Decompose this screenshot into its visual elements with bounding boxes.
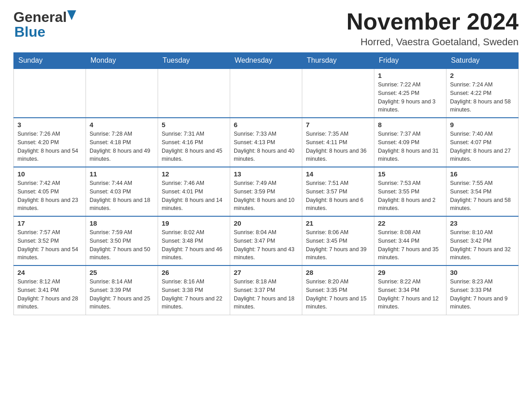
calendar-cell: 28Sunrise: 8:20 AMSunset: 3:35 PMDayligh… [302, 265, 374, 315]
calendar-header-sunday: Sunday [14, 53, 86, 69]
day-info: Sunrise: 7:57 AMSunset: 3:52 PMDaylight:… [17, 228, 82, 262]
day-number: 12 [162, 170, 226, 178]
day-number: 26 [162, 269, 226, 276]
day-info: Sunrise: 7:31 AMSunset: 4:16 PMDaylight:… [162, 130, 226, 163]
day-number: 28 [306, 269, 370, 276]
day-info: Sunrise: 8:10 AMSunset: 3:42 PMDaylight:… [450, 228, 515, 262]
location-text: Horred, Vaestra Goetaland, Sweden [347, 36, 519, 48]
calendar-header-saturday: Saturday [446, 53, 519, 69]
calendar-cell: 5Sunrise: 7:31 AMSunset: 4:16 PMDaylight… [158, 118, 230, 167]
day-number: 27 [234, 269, 298, 276]
calendar-cell: 23Sunrise: 8:10 AMSunset: 3:42 PMDayligh… [446, 216, 519, 265]
logo-triangle-icon [67, 10, 78, 23]
page-header: General Blue November 2024 Horred, Vaest… [13, 9, 519, 48]
day-info: Sunrise: 7:24 AMSunset: 4:22 PMDaylight:… [450, 81, 515, 114]
calendar-cell: 26Sunrise: 8:16 AMSunset: 3:38 PMDayligh… [158, 265, 230, 315]
calendar-cell: 18Sunrise: 7:59 AMSunset: 3:50 PMDayligh… [86, 216, 158, 265]
day-number: 15 [378, 170, 442, 178]
calendar-week-2: 3Sunrise: 7:26 AMSunset: 4:20 PMDaylight… [14, 118, 519, 167]
calendar-cell [14, 68, 86, 118]
calendar-cell: 9Sunrise: 7:40 AMSunset: 4:07 PMDaylight… [446, 118, 519, 167]
calendar-cell [302, 68, 374, 118]
calendar-cell: 21Sunrise: 8:06 AMSunset: 3:45 PMDayligh… [302, 216, 374, 265]
calendar-cell: 13Sunrise: 7:49 AMSunset: 3:59 PMDayligh… [230, 167, 302, 216]
day-number: 2 [450, 72, 515, 79]
title-section: November 2024 Horred, Vaestra Goetaland,… [347, 9, 519, 48]
day-number: 24 [17, 269, 82, 276]
day-number: 5 [162, 121, 226, 128]
day-info: Sunrise: 8:23 AMSunset: 3:33 PMDaylight:… [450, 278, 515, 311]
svg-marker-0 [67, 10, 76, 20]
calendar-cell: 19Sunrise: 8:02 AMSunset: 3:48 PMDayligh… [158, 216, 230, 265]
day-info: Sunrise: 7:22 AMSunset: 4:25 PMDaylight:… [378, 81, 442, 114]
calendar-cell: 14Sunrise: 7:51 AMSunset: 3:57 PMDayligh… [302, 167, 374, 216]
calendar-cell [158, 68, 230, 118]
calendar-cell: 1Sunrise: 7:22 AMSunset: 4:25 PMDaylight… [374, 68, 446, 118]
calendar-cell: 27Sunrise: 8:18 AMSunset: 3:37 PMDayligh… [230, 265, 302, 315]
calendar-cell: 12Sunrise: 7:46 AMSunset: 4:01 PMDayligh… [158, 167, 230, 216]
calendar-header-wednesday: Wednesday [230, 53, 302, 69]
day-info: Sunrise: 7:51 AMSunset: 3:57 PMDaylight:… [306, 179, 370, 213]
day-number: 30 [450, 269, 515, 276]
day-number: 20 [234, 219, 298, 227]
calendar-cell: 11Sunrise: 7:44 AMSunset: 4:03 PMDayligh… [86, 167, 158, 216]
day-number: 29 [378, 269, 442, 276]
day-number: 11 [90, 170, 154, 178]
day-number: 9 [450, 121, 515, 128]
calendar-cell: 25Sunrise: 8:14 AMSunset: 3:39 PMDayligh… [86, 265, 158, 315]
day-info: Sunrise: 7:26 AMSunset: 4:20 PMDaylight:… [17, 130, 82, 163]
calendar-cell: 22Sunrise: 8:08 AMSunset: 3:44 PMDayligh… [374, 216, 446, 265]
day-number: 1 [378, 72, 442, 79]
logo-blue-text: Blue [14, 24, 45, 40]
day-info: Sunrise: 7:49 AMSunset: 3:59 PMDaylight:… [234, 179, 298, 213]
day-info: Sunrise: 7:53 AMSunset: 3:55 PMDaylight:… [378, 179, 442, 213]
day-number: 14 [306, 170, 370, 178]
calendar-cell: 24Sunrise: 8:12 AMSunset: 3:41 PMDayligh… [14, 265, 86, 315]
calendar-cell: 16Sunrise: 7:55 AMSunset: 3:54 PMDayligh… [446, 167, 519, 216]
day-number: 23 [450, 219, 515, 227]
day-info: Sunrise: 8:16 AMSunset: 3:38 PMDaylight:… [162, 278, 226, 311]
calendar-header-friday: Friday [374, 53, 446, 69]
calendar-cell: 20Sunrise: 8:04 AMSunset: 3:47 PMDayligh… [230, 216, 302, 265]
calendar-cell: 10Sunrise: 7:42 AMSunset: 4:05 PMDayligh… [14, 167, 86, 216]
day-info: Sunrise: 8:14 AMSunset: 3:39 PMDaylight:… [90, 278, 154, 311]
calendar-header-tuesday: Tuesday [158, 53, 230, 69]
day-info: Sunrise: 7:59 AMSunset: 3:50 PMDaylight:… [90, 228, 154, 262]
calendar-cell: 3Sunrise: 7:26 AMSunset: 4:20 PMDaylight… [14, 118, 86, 167]
calendar-cell: 30Sunrise: 8:23 AMSunset: 3:33 PMDayligh… [446, 265, 519, 315]
day-info: Sunrise: 7:28 AMSunset: 4:18 PMDaylight:… [90, 130, 154, 163]
day-info: Sunrise: 8:02 AMSunset: 3:48 PMDaylight:… [162, 228, 226, 262]
day-info: Sunrise: 7:44 AMSunset: 4:03 PMDaylight:… [90, 179, 154, 213]
day-info: Sunrise: 7:46 AMSunset: 4:01 PMDaylight:… [162, 179, 226, 213]
logo-general-text: General [13, 9, 67, 26]
calendar-week-5: 24Sunrise: 8:12 AMSunset: 3:41 PMDayligh… [14, 265, 519, 315]
day-number: 21 [306, 219, 370, 227]
calendar-cell [230, 68, 302, 118]
day-info: Sunrise: 7:33 AMSunset: 4:13 PMDaylight:… [234, 130, 298, 163]
day-number: 25 [90, 269, 154, 276]
calendar-cell: 4Sunrise: 7:28 AMSunset: 4:18 PMDaylight… [86, 118, 158, 167]
day-number: 13 [234, 170, 298, 178]
day-info: Sunrise: 8:18 AMSunset: 3:37 PMDaylight:… [234, 278, 298, 311]
day-number: 8 [378, 121, 442, 128]
calendar-cell: 8Sunrise: 7:37 AMSunset: 4:09 PMDaylight… [374, 118, 446, 167]
calendar-cell: 7Sunrise: 7:35 AMSunset: 4:11 PMDaylight… [302, 118, 374, 167]
calendar-week-1: 1Sunrise: 7:22 AMSunset: 4:25 PMDaylight… [14, 68, 519, 118]
day-number: 16 [450, 170, 515, 178]
day-number: 17 [17, 219, 82, 227]
calendar-header-monday: Monday [86, 53, 158, 69]
day-info: Sunrise: 8:06 AMSunset: 3:45 PMDaylight:… [306, 228, 370, 262]
day-number: 3 [17, 121, 82, 128]
day-info: Sunrise: 7:35 AMSunset: 4:11 PMDaylight:… [306, 130, 370, 163]
calendar-week-3: 10Sunrise: 7:42 AMSunset: 4:05 PMDayligh… [14, 167, 519, 216]
day-info: Sunrise: 8:08 AMSunset: 3:44 PMDaylight:… [378, 228, 442, 262]
day-info: Sunrise: 8:12 AMSunset: 3:41 PMDaylight:… [17, 278, 82, 311]
day-info: Sunrise: 8:04 AMSunset: 3:47 PMDaylight:… [234, 228, 298, 262]
day-number: 10 [17, 170, 82, 178]
day-info: Sunrise: 8:22 AMSunset: 3:34 PMDaylight:… [378, 278, 442, 311]
logo: General Blue [13, 9, 78, 40]
calendar-week-4: 17Sunrise: 7:57 AMSunset: 3:52 PMDayligh… [14, 216, 519, 265]
calendar-cell: 17Sunrise: 7:57 AMSunset: 3:52 PMDayligh… [14, 216, 86, 265]
day-number: 7 [306, 121, 370, 128]
day-number: 18 [90, 219, 154, 227]
